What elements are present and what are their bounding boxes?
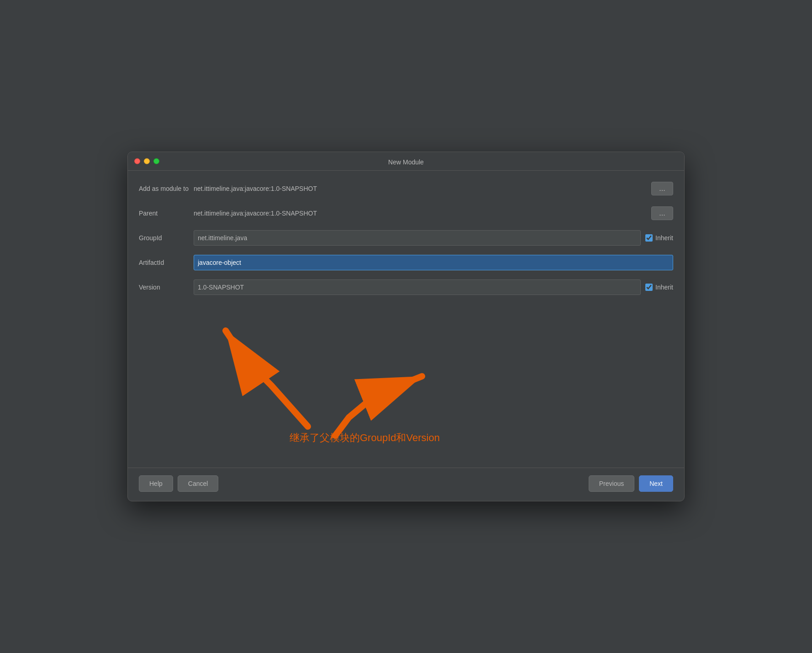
new-module-window: New Module Add as module to net.ittimeli… xyxy=(127,152,685,501)
version-label: Version xyxy=(139,284,194,291)
version-inherit-wrapper: Inherit xyxy=(645,284,673,291)
window-title: New Module xyxy=(388,158,424,166)
minimize-button[interactable] xyxy=(144,158,150,164)
traffic-lights xyxy=(134,158,159,164)
next-button[interactable]: Next xyxy=(639,475,673,492)
help-button[interactable]: Help xyxy=(139,475,173,492)
previous-button[interactable]: Previous xyxy=(589,475,634,492)
footer-left-buttons: Help Cancel xyxy=(139,475,218,492)
title-bar: New Module xyxy=(128,152,684,171)
add-as-module-row: Add as module to net.ittimeline.java:jav… xyxy=(139,180,673,197)
artifact-id-input[interactable] xyxy=(194,255,673,270)
version-input[interactable] xyxy=(194,279,641,295)
version-inherit-checkbox[interactable] xyxy=(645,284,653,291)
parent-row: Parent net.ittimeline.java:javacore:1.0-… xyxy=(139,205,673,222)
annotation-area: 继承了父模块的GroupId和Version xyxy=(139,303,673,458)
add-as-module-button[interactable]: ... xyxy=(651,182,673,195)
form-content: Add as module to net.ittimeline.java:jav… xyxy=(128,171,684,468)
group-id-input[interactable] xyxy=(194,230,641,246)
close-button[interactable] xyxy=(134,158,140,164)
group-id-row: GroupId Inherit xyxy=(139,229,673,247)
artifact-id-label: ArtifactId xyxy=(139,259,194,266)
version-inherit-label: Inherit xyxy=(655,284,673,291)
version-row: Version Inherit xyxy=(139,279,673,296)
group-id-inherit-label: Inherit xyxy=(655,234,673,242)
maximize-button[interactable] xyxy=(153,158,159,164)
group-id-inherit-checkbox[interactable] xyxy=(645,234,653,242)
cancel-button[interactable]: Cancel xyxy=(178,475,219,492)
add-as-module-value: net.ittimeline.java:javacore:1.0-SNAPSHO… xyxy=(194,185,647,192)
footer-right-buttons: Previous Next xyxy=(589,475,673,492)
parent-label: Parent xyxy=(139,210,194,217)
parent-value: net.ittimeline.java:javacore:1.0-SNAPSHO… xyxy=(194,210,647,217)
group-id-label: GroupId xyxy=(139,234,194,242)
artifact-id-row: ArtifactId xyxy=(139,254,673,271)
group-id-inherit-wrapper: Inherit xyxy=(645,234,673,242)
add-as-module-label: Add as module to xyxy=(139,185,194,192)
annotation-text: 继承了父模块的GroupId和Version xyxy=(290,431,440,445)
footer: Help Cancel Previous Next xyxy=(128,468,684,501)
parent-button[interactable]: ... xyxy=(651,206,673,220)
